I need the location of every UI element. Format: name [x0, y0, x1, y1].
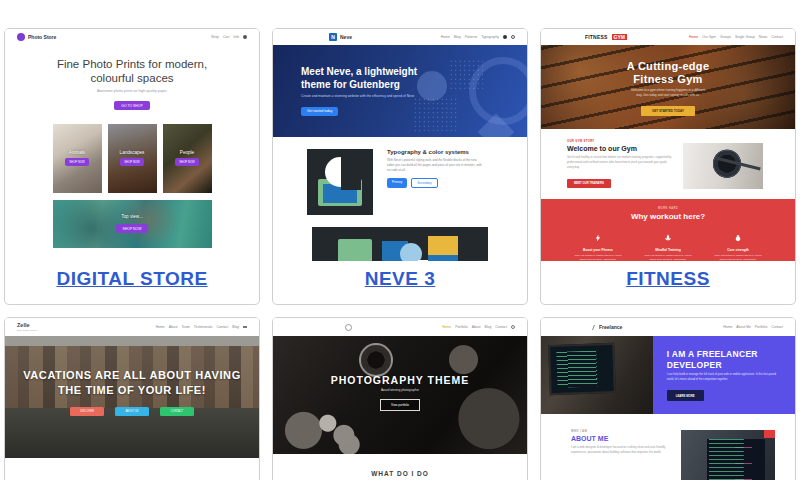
welcome-cta-button: MEET OUR TRAINERS: [567, 179, 611, 188]
theme-link-neve[interactable]: NEVE 3: [273, 268, 527, 290]
theme-link-digital-store[interactable]: DIGITAL STORE: [5, 268, 259, 290]
photography-hero-subtitle: Award winning photographer: [273, 388, 527, 392]
photography-thumbnail[interactable]: Home Portfolio About Blog Contact PHOTOG…: [273, 318, 527, 480]
nav-item: Contact: [771, 325, 783, 329]
what-title: WHAT DO I DO: [273, 470, 527, 477]
photography-logo-icon: [345, 324, 352, 331]
section-label: OUR GYM STORY: [567, 139, 673, 143]
account-icon: [503, 35, 507, 39]
digital-store-thumbnail[interactable]: Photo Store Shop Cart Info Fine Photo Pr…: [5, 29, 259, 261]
neve-section-title: Typography & color systems: [387, 149, 483, 155]
contact-button: CONTACT: [160, 407, 194, 416]
freelancer-header: Freelance Home About Me Portfolio Contac…: [541, 318, 795, 336]
vintage-camera-image: [314, 408, 360, 446]
nav-item: Testimonials: [194, 325, 213, 329]
fitness-hero: A Cutting-edge Fitness Gym Welcome to a …: [541, 45, 795, 129]
photostore-hero: Fine Photo Prints for modern, colourful …: [5, 45, 259, 111]
nav-item: Groups: [720, 35, 731, 39]
fitness-hero-subtitle: Welcome to a gym where training happens …: [541, 88, 795, 98]
nav-item: Portfolio: [755, 325, 767, 329]
search-icon: [511, 35, 515, 39]
freelancer-hero-title: I AM A FREELANCER DEVELOPER: [667, 349, 783, 370]
section-label: WORK HARD: [541, 207, 795, 210]
welcome-body: Get fit and healthy in record time befor…: [567, 155, 673, 170]
nav-item: Typography: [481, 35, 499, 39]
neve-hero-subtitle: Create and maintain a stunning website w…: [301, 94, 527, 98]
photostore-cta-button: GO TO SHOP: [114, 101, 149, 110]
nav-item: Contact: [771, 35, 783, 39]
zelle-thumbnail[interactable]: Zelle Best digital agency Home About Tea…: [5, 318, 259, 480]
theme-card-neve: N Neve Home Blog Patterns Typography: [272, 28, 528, 305]
nav-item: Blog: [232, 325, 239, 329]
nav-item: Our Gym: [702, 35, 716, 39]
zelle-hero-buttons: DISCOVER ABOUT US CONTACT: [5, 407, 259, 416]
discover-button: DISCOVER: [70, 407, 104, 416]
fitness-hero-title: A Cutting-edge Fitness Gym: [541, 60, 795, 85]
nav-item: Home: [441, 35, 450, 39]
fitness-nav: Home Our Gym Groups Single Group News Co…: [689, 35, 783, 39]
decor-dot-grid: [413, 97, 457, 131]
notification-badge: [764, 430, 775, 438]
photostore-subtitle: Awesome photo prints on high-quality pap…: [5, 89, 259, 93]
view-portfolio-button: View portfolio: [380, 399, 420, 411]
cart-icon: [243, 35, 247, 39]
feature-column: Boost your Fitness Click edit button to …: [571, 228, 625, 261]
theme-card-photography: Home Portfolio About Blog Contact PHOTOG…: [272, 317, 528, 480]
neve-section-body: With Neve's powerful styling tools and t…: [387, 158, 483, 173]
decor-dot-grid: [449, 59, 483, 89]
theme-card-digital-store: Photo Store Shop Cart Info Fine Photo Pr…: [4, 28, 260, 305]
about-button: ABOUT US: [115, 407, 149, 416]
nav-item: Home: [689, 35, 698, 39]
photography-hero-title: PHOTOGRAPHY THEME: [273, 374, 527, 386]
nav-item: News: [759, 35, 767, 39]
learn-more-button: LEARN MORE: [667, 390, 704, 401]
nav-item: Shop: [211, 35, 219, 39]
neve-brand: Neve: [340, 34, 352, 40]
fitness-thumbnail[interactable]: FITNESS GYM Home Our Gym Groups Single G…: [541, 29, 795, 261]
photostore-banner: Top view... SHOP NOW: [53, 200, 212, 248]
nav-item: Blog: [454, 35, 461, 39]
theme-card-fitness: FITNESS GYM Home Our Gym Groups Single G…: [540, 28, 796, 305]
nav-item: Patterns: [465, 35, 478, 39]
photostore-brand: Photo Store: [28, 34, 56, 40]
nav-item: Info: [233, 35, 239, 39]
neve-thumbnail[interactable]: N Neve Home Blog Patterns Typography: [273, 29, 527, 261]
neve-nav: Home Blog Patterns Typography: [441, 35, 515, 39]
neve-cta-button: Get started today: [301, 107, 338, 116]
nav-item: Blog: [485, 325, 492, 329]
feature-column: Mindful Training Click edit button to ch…: [641, 228, 695, 261]
neve-hero: Meet Neve, a lightweight theme for Guten…: [273, 45, 527, 137]
theme-card-zelle: Zelle Best digital agency Home About Tea…: [4, 317, 260, 480]
shop-now-button: SHOP NOW: [65, 158, 89, 166]
nav-item: Home: [442, 325, 451, 329]
photostore-header: Photo Store Shop Cart Info: [5, 29, 259, 45]
laptop-code-image: [541, 336, 653, 414]
photography-header: Home Portfolio About Blog Contact: [273, 318, 527, 336]
theme-gallery-grid: Photo Store Shop Cart Info Fine Photo Pr…: [4, 28, 796, 480]
menu-icon: [243, 326, 247, 328]
barbell-image: [683, 143, 763, 189]
decor-dot-grid: [462, 232, 480, 250]
what-do-i-do-section: WHAT DO I DO MY SERVICES: [273, 454, 527, 480]
secondary-button: Secondary: [411, 178, 437, 188]
theme-link-fitness[interactable]: FITNESS: [541, 268, 795, 290]
fitness-brand-badge: GYM: [612, 34, 627, 40]
feature-column: Core strength Click edit button to chang…: [711, 228, 765, 261]
neve-abstract-art: [307, 149, 373, 215]
nav-item: Cart: [223, 35, 229, 39]
zelle-header: Zelle Best digital agency Home About Tea…: [5, 318, 259, 336]
kettlebell-icon: [734, 228, 742, 245]
nav-item: About: [169, 325, 178, 329]
freelancer-hero: I AM A FREELANCER DEVELOPER I can help b…: [541, 336, 795, 414]
shop-now-button: SHOP NOW: [116, 224, 149, 233]
freelancer-thumbnail[interactable]: Freelance Home About Me Portfolio Contac…: [541, 318, 795, 480]
zelle-hero: VACATIONS ARE ALL ABOUT HAVING THE TIME …: [5, 336, 259, 458]
freelancer-hero-panel: I AM A FREELANCER DEVELOPER I can help b…: [653, 336, 795, 414]
feather-icon: [592, 325, 598, 330]
nav-item: Contact: [495, 325, 507, 329]
nav-item: Team: [182, 325, 190, 329]
neve-shapes-banner: [312, 227, 488, 261]
neve-hero-title: Meet Neve, a lightweight theme for Guten…: [301, 65, 431, 91]
about-label: WHO I AM: [571, 430, 669, 433]
zelle-below-fold: [5, 458, 259, 480]
